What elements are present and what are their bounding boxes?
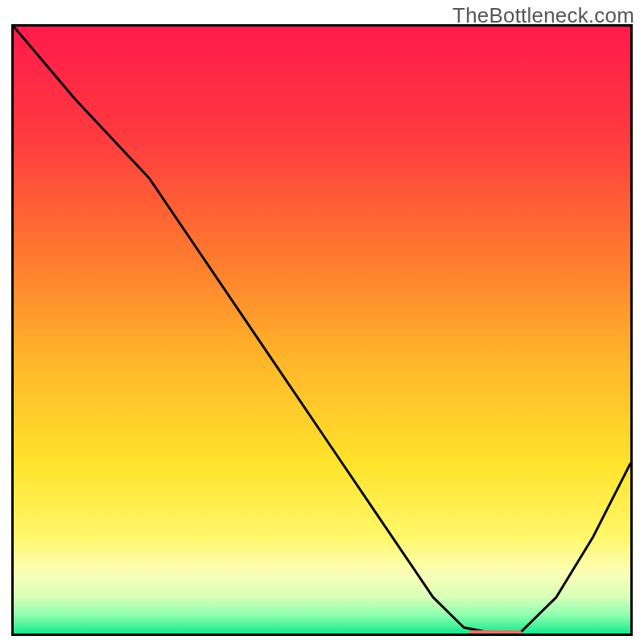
chart-root: TheBottleneck.com: [0, 0, 644, 644]
bottleneck-curve: [14, 27, 630, 634]
watermark-text: TheBottleneck.com: [452, 3, 634, 28]
plot-frame: [11, 24, 633, 636]
optimal-region-marker: [468, 630, 523, 636]
